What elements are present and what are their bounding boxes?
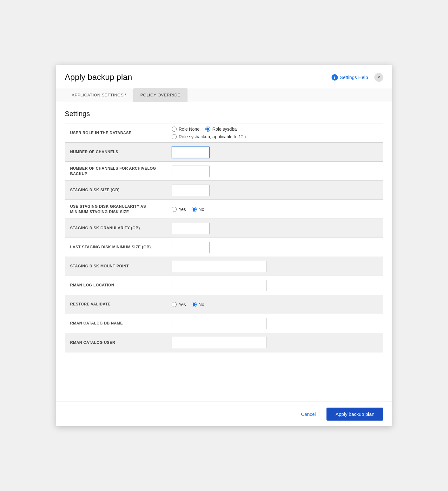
modal-body: Settings USER ROLE IN THE DATABASE Role …: [56, 102, 392, 402]
row-rman-catalog-user: RMAN CATALOG USER: [65, 333, 383, 352]
row-use-staging-granularity: USE STAGING DISK GRANULARITY AS MINIMUM …: [65, 200, 383, 219]
label-staging-mount: STAGING DISK MOUNT POINT: [65, 260, 167, 273]
header-right: i Settings Help ×: [332, 73, 383, 82]
modal-footer: Cancel Apply backup plan: [56, 402, 392, 426]
label-rman-catalog-user: RMAN CATALOG USER: [65, 336, 167, 349]
modal-title: Apply backup plan: [65, 72, 132, 82]
close-button[interactable]: ×: [374, 73, 383, 82]
control-rman-log: [167, 277, 383, 294]
modal-header: Apply backup plan i Settings Help ×: [56, 65, 392, 88]
settings-help-label: Settings Help: [340, 75, 368, 80]
label-user-role: USER ROLE IN THE DATABASE: [65, 127, 167, 140]
row-num-channels: NUMBER OF CHANNELS: [65, 143, 383, 162]
control-archivelog-channels: [167, 162, 383, 180]
label-rman-log: RMAN LOG LOCATION: [65, 279, 167, 292]
input-rman-catalog-user[interactable]: [172, 337, 267, 348]
tab-policy-override[interactable]: POLICY OVERRIDE: [133, 88, 187, 102]
label-archivelog-channels: NUMBER OF CHANNELS FOR ARCHIVELOG BACKUP: [65, 162, 167, 180]
control-staging-disk-size: [167, 181, 383, 199]
input-rman-catalog-db[interactable]: [172, 318, 267, 329]
row-staging-disk-size: STAGING DISK SIZE (GB): [65, 181, 383, 200]
radio-role-sysdba[interactable]: Role sysdba: [205, 127, 237, 132]
label-use-staging-granularity: USE STAGING DISK GRANULARITY AS MINIMUM …: [65, 200, 167, 219]
input-staging-granularity[interactable]: [172, 223, 210, 234]
row-rman-catalog-db: RMAN CATALOG DB NAME: [65, 314, 383, 333]
row-staging-mount: STAGING DISK MOUNT POINT: [65, 257, 383, 276]
row-rman-log: RMAN LOG LOCATION: [65, 276, 383, 295]
radio-group-user-role: Role None Role sysdba Role sysbackup, ap…: [172, 127, 246, 139]
radio-staging-no[interactable]: No: [192, 207, 204, 212]
label-last-staging-min: LAST STAGING DISK MINIMUM SIZE (GB): [65, 241, 167, 254]
row-last-staging-min: LAST STAGING DISK MINIMUM SIZE (GB): [65, 238, 383, 257]
label-restore-validate: RESTORE VALIDATE: [65, 298, 167, 311]
control-use-staging-granularity: Yes No: [167, 204, 383, 215]
input-rman-log[interactable]: [172, 280, 267, 291]
control-last-staging-min: [167, 239, 383, 256]
row-staging-granularity: STAGING DISK GRANULARITY (GB): [65, 219, 383, 238]
input-staging-disk-size[interactable]: [172, 185, 210, 196]
control-user-role: Role None Role sysdba Role sysbackup, ap…: [167, 123, 383, 142]
radio-role-sysbackup[interactable]: Role sysbackup, applicable to 12c: [172, 134, 246, 139]
control-restore-validate: Yes No: [167, 299, 383, 310]
tabs-bar: APPLICATION SETTINGS* POLICY OVERRIDE: [56, 88, 392, 102]
cancel-button[interactable]: Cancel: [295, 408, 322, 420]
label-num-channels: NUMBER OF CHANNELS: [65, 146, 167, 159]
modal: Apply backup plan i Settings Help × APPL…: [56, 65, 392, 426]
apply-button[interactable]: Apply backup plan: [326, 408, 383, 421]
required-star: *: [125, 93, 127, 97]
section-title: Settings: [65, 110, 383, 118]
settings-table: USER ROLE IN THE DATABASE Role None Role…: [65, 123, 383, 352]
control-rman-catalog-user: [167, 334, 383, 351]
row-restore-validate: RESTORE VALIDATE Yes No: [65, 295, 383, 314]
info-icon: i: [332, 74, 338, 81]
radio-role-none[interactable]: Role None: [172, 127, 200, 132]
input-last-staging-min[interactable]: [172, 242, 210, 253]
label-staging-disk-size: STAGING DISK SIZE (GB): [65, 184, 167, 197]
control-rman-catalog-db: [167, 315, 383, 332]
input-num-channels[interactable]: [172, 147, 210, 158]
settings-help-link[interactable]: i Settings Help: [332, 74, 368, 81]
control-staging-mount: [167, 258, 383, 275]
input-archivelog-channels[interactable]: [172, 166, 210, 177]
control-num-channels: [167, 143, 383, 161]
radio-restore-yes[interactable]: Yes: [172, 302, 186, 307]
radio-restore-no[interactable]: No: [192, 302, 204, 307]
row-archivelog-channels: NUMBER OF CHANNELS FOR ARCHIVELOG BACKUP: [65, 162, 383, 181]
tab-application-settings[interactable]: APPLICATION SETTINGS*: [65, 88, 133, 102]
label-rman-catalog-db: RMAN CATALOG DB NAME: [65, 317, 167, 330]
row-user-role: USER ROLE IN THE DATABASE Role None Role…: [65, 123, 383, 143]
radio-staging-yes[interactable]: Yes: [172, 207, 186, 212]
label-staging-granularity: STAGING DISK GRANULARITY (GB): [65, 222, 167, 235]
control-staging-granularity: [167, 219, 383, 237]
input-staging-mount[interactable]: [172, 261, 267, 272]
